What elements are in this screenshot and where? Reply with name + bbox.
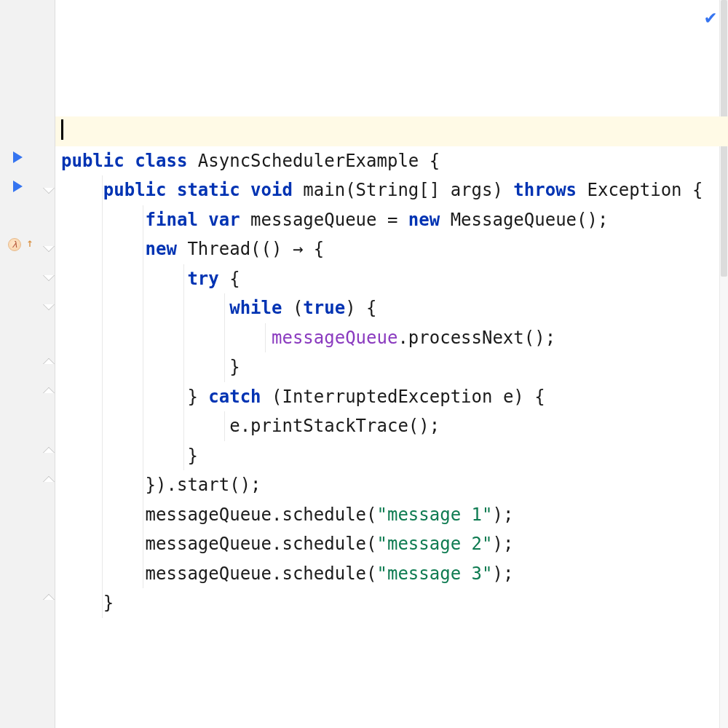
token-punc: . [272, 563, 282, 584]
code-line[interactable]: new Thread(() → { [55, 234, 728, 264]
code-line[interactable]: } [55, 441, 728, 471]
token-fn: schedule [282, 563, 366, 584]
indent-guide [143, 411, 143, 441]
code-line[interactable]: } [55, 352, 728, 382]
fold-toggle-icon[interactable] [43, 387, 55, 400]
code-line[interactable]: public static void main(String[] args) t… [55, 175, 728, 205]
code-line[interactable]: messageQueue.schedule("message 2"); [55, 529, 728, 559]
token-kw: class [135, 151, 187, 171]
code-line[interactable]: messageQueue.schedule("message 3"); [55, 559, 728, 589]
code-line[interactable]: messageQueue.schedule("message 1"); [55, 500, 728, 530]
fold-toggle-icon[interactable] [43, 240, 55, 253]
code-line[interactable]: public class AsyncSchedulerExample { [55, 146, 728, 176]
token-punc: ( [345, 180, 355, 200]
indent-guide [102, 205, 103, 235]
code-line[interactable]: }).start(); [55, 470, 728, 500]
run-icon[interactable] [10, 179, 25, 194]
token-id: MessageQueue [451, 210, 577, 230]
token-fn: printStackTrace [250, 416, 408, 436]
indent-guide [102, 441, 103, 471]
token-id: Thread [187, 239, 250, 259]
code-line[interactable]: try { [55, 264, 728, 294]
token-fn: processNext [408, 328, 524, 348]
token-id: InterruptedException e [282, 387, 513, 407]
token-punc: ( [366, 505, 376, 525]
fold-toggle-icon[interactable] [43, 447, 55, 459]
lambda-gutter-icon[interactable]: λ↑ [7, 237, 22, 252]
token-punc: { [229, 269, 240, 289]
fold-toggle-icon[interactable] [43, 594, 55, 606]
token-kw: public [103, 180, 167, 200]
token-str: "message 3" [376, 563, 492, 584]
token-fn: schedule [282, 534, 366, 554]
token-id: AsyncSchedulerExample [198, 151, 419, 171]
indent-guide [143, 470, 143, 500]
token-punc: ( [272, 387, 282, 407]
token-id: messageQueue [146, 563, 272, 584]
indent-guide [143, 205, 143, 235]
token-punc: . [240, 416, 250, 436]
indent-guide [143, 293, 143, 323]
code-area[interactable]: public class AsyncSchedulerExample { pub… [55, 0, 728, 618]
code-line[interactable] [55, 116, 728, 146]
indent-guide [102, 323, 103, 353]
code-editor[interactable]: ✔ public class AsyncSchedulerExample { p… [55, 0, 728, 728]
fold-toggle-icon[interactable] [43, 298, 55, 311]
indent-guide [183, 323, 184, 353]
token-punc: { [314, 239, 324, 259]
token-arrow: → [293, 239, 303, 259]
token-punc: ) [492, 180, 502, 200]
token-punc: } [187, 446, 197, 466]
indent-guide [183, 293, 184, 323]
code-line[interactable]: e.printStackTrace(); [55, 411, 728, 441]
indent-guide [143, 382, 143, 412]
indent-guide [143, 264, 143, 294]
code-line[interactable]: messageQueue.processNext(); [55, 323, 728, 353]
token-punc: { [534, 387, 545, 407]
token-kw: while [229, 298, 282, 318]
indent-guide [102, 293, 103, 323]
fold-toggle-icon[interactable] [43, 358, 55, 371]
token-fn: main [303, 180, 345, 200]
token-punc: ( [366, 563, 376, 584]
indent-guide [143, 323, 143, 353]
indent-guide [183, 382, 184, 412]
token-punc: = [387, 210, 397, 230]
token-punc: { [692, 180, 703, 200]
code-line[interactable]: } [55, 588, 728, 618]
indent-guide [102, 234, 103, 264]
indent-guide [102, 470, 103, 500]
indent-guide [224, 293, 225, 323]
token-punc: . [272, 534, 282, 554]
token-punc: (); [229, 475, 261, 495]
token-kw: true [303, 298, 345, 318]
token-fn: start [177, 475, 229, 495]
indent-guide [143, 500, 143, 530]
token-kw: try [187, 269, 218, 289]
indent-guide [183, 441, 184, 471]
token-str: "message 1" [376, 505, 492, 525]
code-line[interactable]: while (true) { [55, 293, 728, 323]
indent-guide [183, 411, 184, 441]
token-punc: { [366, 298, 376, 318]
code-line[interactable]: final var messageQueue = new MessageQueu… [55, 205, 728, 235]
token-punc: } [103, 593, 114, 613]
run-icon[interactable] [10, 150, 25, 165]
token-kw: var [208, 210, 240, 230]
token-punc: { [430, 151, 440, 171]
inspection-ok-icon[interactable]: ✔ [705, 6, 716, 28]
token-punc: . [272, 505, 282, 525]
token-punc: }). [146, 475, 177, 495]
token-punc: ( [293, 298, 303, 318]
indent-guide [143, 529, 143, 559]
indent-guide [183, 264, 184, 294]
token-punc: ( [366, 534, 376, 554]
code-line[interactable]: } catch (InterruptedException e) { [55, 382, 728, 412]
indent-guide [224, 323, 225, 353]
token-fn: schedule [282, 505, 366, 525]
fold-toggle-icon[interactable] [43, 269, 55, 282]
fold-toggle-icon[interactable] [43, 182, 55, 194]
token-fld: messageQueue [272, 328, 397, 348]
editor-gutter: λ↑ [0, 0, 55, 728]
fold-toggle-icon[interactable] [43, 476, 55, 488]
